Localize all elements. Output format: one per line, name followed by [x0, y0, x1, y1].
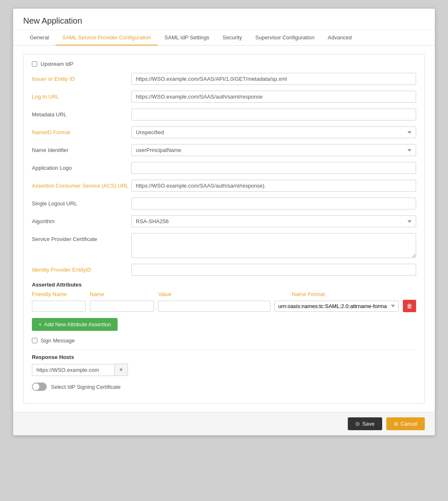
nameid-format-label: NameID Format [32, 126, 131, 135]
name-identifier-select[interactable]: userPrincipalName [131, 144, 416, 156]
attrs-row: urn:oasis:names:tc:SAML:2.0:attrname-for… [32, 300, 416, 312]
app-logo-input[interactable] [131, 162, 416, 174]
sp-cert-label: Service Provider Certificate [32, 233, 131, 242]
attrs-header: Friendly Name Name Value Name Format [32, 291, 416, 297]
tab-security[interactable]: Security [216, 30, 249, 46]
name-identifier-row: Name Identifier userPrincipalName [32, 144, 416, 156]
nameformat-select[interactable]: urn:oasis:names:tc:SAML:2.0:attrname-for… [275, 301, 399, 312]
plus-icon: + [119, 366, 123, 373]
idp-entity-label: Identity Provider EntityID [32, 264, 131, 273]
response-hosts-add-button[interactable]: + [115, 364, 128, 376]
algorithm-row: Algorithm RSA-SHA256 [32, 215, 416, 227]
response-hosts-section: Response Hosts + [32, 354, 416, 376]
tab-general[interactable]: General [23, 30, 55, 46]
name-identifier-label: Name Identifier [32, 144, 131, 153]
content-area: Upstream IdP Issuer or Entity ID Log In … [13, 46, 435, 412]
idp-signing-label: Select IdP Signing Certificate [51, 384, 120, 390]
single-logout-row: Single Logout URL [32, 198, 416, 210]
plus-icon: + [39, 321, 42, 328]
issuer-label: Issuer or Entity ID [32, 73, 131, 82]
main-window: New Application General SAML Service Pro… [13, 8, 435, 436]
cancel-button[interactable]: ⊘ Cancel [386, 417, 425, 430]
issuer-row: Issuer or Entity ID [32, 73, 416, 85]
single-logout-input[interactable] [131, 198, 416, 210]
trash-icon: 🗑 [407, 303, 412, 309]
save-icon: ⊙ [355, 421, 360, 427]
idp-signing-row: Select IdP Signing Certificate [32, 383, 416, 391]
sp-cert-row: Service Provider Certificate [32, 233, 416, 258]
save-button[interactable]: ⊙ Save [348, 417, 382, 430]
tab-advanced[interactable]: Advanced [321, 30, 359, 46]
divider [32, 349, 416, 350]
sp-cert-input[interactable] [131, 233, 416, 258]
cancel-icon: ⊘ [394, 421, 398, 427]
friendly-name-input[interactable] [32, 301, 86, 312]
login-url-row: Log In URL [32, 91, 416, 103]
col-value-label: Value [158, 291, 288, 297]
idp-entity-input[interactable] [131, 264, 416, 276]
footer: ⊙ Save ⊘ Cancel [13, 412, 435, 435]
sign-message-label: Sign Message [41, 337, 75, 344]
add-attribute-label: Add New Attribute Assertion [44, 321, 111, 328]
delete-attr-button[interactable]: 🗑 [403, 300, 416, 312]
tab-supervisor[interactable]: Supervisor Configuration [248, 30, 321, 46]
form-panel: Upstream IdP Issuer or Entity ID Log In … [23, 54, 425, 404]
tab-saml-sp[interactable]: SAML Service Provider Configuration [55, 30, 158, 46]
single-logout-label: Single Logout URL [32, 198, 131, 207]
toggle-slider [32, 383, 47, 391]
attr-name-input[interactable] [90, 301, 154, 312]
col-name-label: Name [90, 291, 154, 297]
metadata-url-label: Metadata URL [32, 108, 131, 118]
metadata-url-input[interactable] [131, 108, 416, 120]
cancel-label: Cancel [401, 421, 417, 427]
attr-value-input[interactable] [158, 301, 270, 312]
acs-url-input[interactable] [131, 180, 416, 192]
idp-entity-row: Identity Provider EntityID [32, 264, 416, 276]
asserted-attrs-title: Asserted Attributes [32, 282, 416, 288]
idp-signing-toggle[interactable] [32, 383, 47, 391]
add-attribute-button[interactable]: + Add New Attribute Assertion [32, 318, 118, 331]
login-url-label: Log In URL [32, 91, 131, 100]
sign-message-checkbox[interactable] [32, 338, 37, 343]
tab-bar: General SAML Service Provider Configurat… [13, 30, 435, 46]
col-nameformat-label: Name Format [292, 291, 416, 297]
tab-saml-idp[interactable]: SAML IdP Settings [158, 30, 216, 46]
app-logo-label: Application Logo [32, 162, 131, 171]
metadata-url-row: Metadata URL [32, 108, 416, 120]
col-friendly-label: Friendly Name [32, 291, 86, 297]
app-logo-row: Application Logo [32, 162, 416, 174]
algorithm-select[interactable]: RSA-SHA256 [131, 215, 416, 227]
upstream-idp-label: Upstream IdP [41, 61, 73, 67]
upstream-idp-checkbox[interactable] [32, 61, 37, 67]
response-hosts-title: Response Hosts [32, 354, 416, 360]
acs-url-row: Assertion Consumer Service (ACS) URL [32, 180, 416, 192]
acs-url-label: Assertion Consumer Service (ACS) URL [32, 180, 131, 189]
sign-message-row: Sign Message [32, 337, 416, 344]
issuer-input[interactable] [131, 73, 416, 85]
page-title: New Application [13, 9, 435, 30]
response-hosts-input[interactable] [32, 364, 115, 376]
save-label: Save [362, 421, 375, 427]
nameid-format-row: NameID Format Unspecified [32, 126, 416, 138]
asserted-attrs-section: Asserted Attributes Friendly Name Name V… [32, 282, 416, 312]
algorithm-label: Algorithm [32, 215, 131, 224]
upstream-idp-row: Upstream IdP [32, 61, 416, 67]
login-url-input[interactable] [131, 91, 416, 103]
response-hosts-row: + [32, 364, 416, 376]
nameid-format-select[interactable]: Unspecified [131, 126, 416, 138]
